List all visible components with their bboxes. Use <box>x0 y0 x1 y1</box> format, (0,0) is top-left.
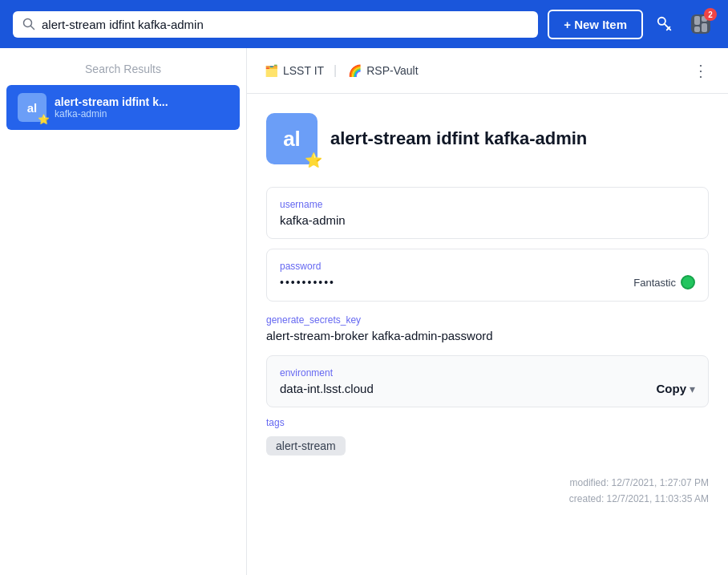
detail-body: al ⭐ alert-stream idfint kafka-admin use… <box>247 94 728 527</box>
detail-panel: 🗂️ LSST IT | 🌈 RSP-Vault ⋮ al ⭐ alert-st… <box>247 48 728 575</box>
strength-indicator: Fantastic <box>633 275 695 290</box>
avatar-button[interactable]: 2 <box>686 10 715 38</box>
tags-section: tags alert-stream <box>266 417 709 456</box>
result-name: alert-stream idfint k... <box>55 95 168 108</box>
item-avatar-text: al <box>283 127 301 152</box>
notification-badge: 2 <box>704 8 717 21</box>
item-star-badge: ⭐ <box>305 152 322 169</box>
key-button[interactable] <box>653 12 677 36</box>
meta-info: modified: 12/7/2021, 1:27:07 PM created:… <box>266 475 709 508</box>
svg-rect-10 <box>694 26 700 32</box>
detail-header: 🗂️ LSST IT | 🌈 RSP-Vault ⋮ <box>247 48 728 94</box>
svg-rect-9 <box>702 23 707 32</box>
password-field-card: password •••••••••• Fantastic <box>266 249 709 302</box>
lsst-it-label: LSST IT <box>283 64 324 77</box>
environment-field-card: environment data-int.lsst.cloud Copy ▾ <box>266 355 709 407</box>
org-separator: | <box>334 63 337 78</box>
result-avatar: al ⭐ <box>18 93 47 122</box>
org-rsp-vault: 🌈 RSP-Vault <box>346 63 418 79</box>
secrets-key-field: generate_secrets_key alert-stream-broker… <box>266 311 709 346</box>
item-title-row: al ⭐ alert-stream idfint kafka-admin <box>266 113 709 164</box>
copy-label: Copy <box>657 382 687 395</box>
more-icon: ⋮ <box>693 61 709 80</box>
tags-label: tags <box>266 417 709 428</box>
strength-dot <box>681 275 695 290</box>
org-lsst-it: 🗂️ LSST IT <box>263 63 324 79</box>
strength-label: Fantastic <box>633 277 676 289</box>
new-item-label: + New Item <box>564 18 627 31</box>
lsst-it-icon: 🗂️ <box>263 63 279 79</box>
result-avatar-text: al <box>27 101 38 115</box>
modified-meta: modified: 12/7/2021, 1:27:07 PM <box>266 475 709 491</box>
detail-more-button[interactable]: ⋮ <box>690 58 712 83</box>
rsp-vault-icon: 🌈 <box>346 63 362 79</box>
chevron-down-icon: ▾ <box>690 383 695 395</box>
rsp-vault-label: RSP-Vault <box>366 64 418 77</box>
created-meta: created: 12/7/2021, 11:03:35 AM <box>266 491 709 507</box>
username-field-card: username kafka-admin <box>266 187 709 239</box>
sidebar: Search Results al ⭐ alert-stream idfint … <box>0 48 247 575</box>
search-result-item[interactable]: al ⭐ alert-stream idfint k... kafka-admi… <box>6 85 240 130</box>
password-dots: •••••••••• <box>280 276 335 289</box>
svg-line-1 <box>31 26 34 30</box>
result-star-badge: ⭐ <box>38 114 50 125</box>
svg-rect-7 <box>694 16 700 25</box>
username-value: kafka-admin <box>280 213 695 227</box>
copy-button[interactable]: Copy <box>657 382 687 395</box>
new-item-button[interactable]: + New Item <box>548 10 643 39</box>
password-row: •••••••••• Fantastic <box>280 275 695 290</box>
result-text-block: alert-stream idfint k... kafka-admin <box>55 95 168 119</box>
environment-row: data-int.lsst.cloud Copy ▾ <box>280 382 695 395</box>
environment-value: data-int.lsst.cloud <box>280 382 374 395</box>
tag-chip: alert-stream <box>266 436 346 456</box>
search-results-heading: Search Results <box>0 48 246 85</box>
username-label: username <box>280 199 695 210</box>
secrets-key-value: alert-stream-broker kafka-admin-password <box>266 329 709 342</box>
password-label: password <box>280 261 695 272</box>
main-area: Search Results al ⭐ alert-stream idfint … <box>0 48 728 575</box>
result-subname: kafka-admin <box>55 108 168 119</box>
item-avatar: al ⭐ <box>266 113 317 164</box>
svg-line-5 <box>667 29 669 30</box>
secrets-key-label: generate_secrets_key <box>266 314 709 326</box>
search-icon <box>22 18 35 30</box>
search-bar <box>13 11 538 38</box>
environment-label: environment <box>280 367 695 379</box>
search-input[interactable] <box>42 18 528 31</box>
item-title: alert-stream idfint kafka-admin <box>330 128 587 149</box>
app-header: + New Item 2 <box>0 0 728 48</box>
